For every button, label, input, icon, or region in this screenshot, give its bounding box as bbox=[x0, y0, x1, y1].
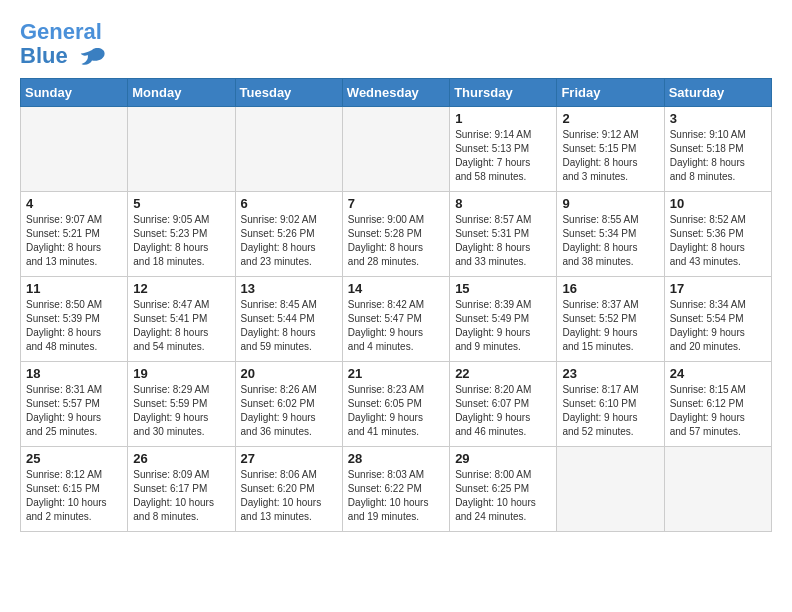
calendar-week-row: 18Sunrise: 8:31 AM Sunset: 5:57 PM Dayli… bbox=[21, 362, 772, 447]
calendar-cell bbox=[235, 107, 342, 192]
day-number: 13 bbox=[241, 281, 337, 296]
calendar-cell: 20Sunrise: 8:26 AM Sunset: 6:02 PM Dayli… bbox=[235, 362, 342, 447]
day-number: 26 bbox=[133, 451, 229, 466]
calendar-cell: 11Sunrise: 8:50 AM Sunset: 5:39 PM Dayli… bbox=[21, 277, 128, 362]
weekday-header-row: SundayMondayTuesdayWednesdayThursdayFrid… bbox=[21, 79, 772, 107]
day-info: Sunrise: 9:10 AM Sunset: 5:18 PM Dayligh… bbox=[670, 128, 766, 184]
day-info: Sunrise: 8:50 AM Sunset: 5:39 PM Dayligh… bbox=[26, 298, 122, 354]
day-number: 16 bbox=[562, 281, 658, 296]
day-number: 22 bbox=[455, 366, 551, 381]
day-number: 17 bbox=[670, 281, 766, 296]
calendar-cell: 4Sunrise: 9:07 AM Sunset: 5:21 PM Daylig… bbox=[21, 192, 128, 277]
calendar-cell: 26Sunrise: 8:09 AM Sunset: 6:17 PM Dayli… bbox=[128, 447, 235, 532]
calendar-cell: 8Sunrise: 8:57 AM Sunset: 5:31 PM Daylig… bbox=[450, 192, 557, 277]
calendar-cell: 6Sunrise: 9:02 AM Sunset: 5:26 PM Daylig… bbox=[235, 192, 342, 277]
day-info: Sunrise: 8:09 AM Sunset: 6:17 PM Dayligh… bbox=[133, 468, 229, 524]
day-number: 21 bbox=[348, 366, 444, 381]
day-info: Sunrise: 9:12 AM Sunset: 5:15 PM Dayligh… bbox=[562, 128, 658, 184]
day-number: 6 bbox=[241, 196, 337, 211]
calendar-cell: 16Sunrise: 8:37 AM Sunset: 5:52 PM Dayli… bbox=[557, 277, 664, 362]
day-info: Sunrise: 8:03 AM Sunset: 6:22 PM Dayligh… bbox=[348, 468, 444, 524]
weekday-header-thursday: Thursday bbox=[450, 79, 557, 107]
day-number: 1 bbox=[455, 111, 551, 126]
calendar-cell bbox=[128, 107, 235, 192]
calendar-cell: 25Sunrise: 8:12 AM Sunset: 6:15 PM Dayli… bbox=[21, 447, 128, 532]
day-number: 2 bbox=[562, 111, 658, 126]
calendar-cell: 23Sunrise: 8:17 AM Sunset: 6:10 PM Dayli… bbox=[557, 362, 664, 447]
day-info: Sunrise: 8:00 AM Sunset: 6:25 PM Dayligh… bbox=[455, 468, 551, 524]
day-number: 11 bbox=[26, 281, 122, 296]
day-info: Sunrise: 8:55 AM Sunset: 5:34 PM Dayligh… bbox=[562, 213, 658, 269]
calendar-cell bbox=[21, 107, 128, 192]
calendar-cell: 17Sunrise: 8:34 AM Sunset: 5:54 PM Dayli… bbox=[664, 277, 771, 362]
day-info: Sunrise: 8:45 AM Sunset: 5:44 PM Dayligh… bbox=[241, 298, 337, 354]
calendar-cell: 2Sunrise: 9:12 AM Sunset: 5:15 PM Daylig… bbox=[557, 107, 664, 192]
day-info: Sunrise: 8:17 AM Sunset: 6:10 PM Dayligh… bbox=[562, 383, 658, 439]
weekday-header-monday: Monday bbox=[128, 79, 235, 107]
weekday-header-friday: Friday bbox=[557, 79, 664, 107]
calendar-cell: 10Sunrise: 8:52 AM Sunset: 5:36 PM Dayli… bbox=[664, 192, 771, 277]
calendar-cell bbox=[557, 447, 664, 532]
day-info: Sunrise: 9:02 AM Sunset: 5:26 PM Dayligh… bbox=[241, 213, 337, 269]
day-number: 12 bbox=[133, 281, 229, 296]
day-info: Sunrise: 9:05 AM Sunset: 5:23 PM Dayligh… bbox=[133, 213, 229, 269]
weekday-header-wednesday: Wednesday bbox=[342, 79, 449, 107]
header: General Blue bbox=[20, 20, 772, 68]
day-info: Sunrise: 9:00 AM Sunset: 5:28 PM Dayligh… bbox=[348, 213, 444, 269]
calendar-cell: 3Sunrise: 9:10 AM Sunset: 5:18 PM Daylig… bbox=[664, 107, 771, 192]
day-number: 18 bbox=[26, 366, 122, 381]
calendar-cell: 1Sunrise: 9:14 AM Sunset: 5:13 PM Daylig… bbox=[450, 107, 557, 192]
calendar-week-row: 25Sunrise: 8:12 AM Sunset: 6:15 PM Dayli… bbox=[21, 447, 772, 532]
logo-bird-icon bbox=[78, 46, 106, 68]
logo-line1: General bbox=[20, 19, 102, 44]
logo-line2: Blue bbox=[20, 43, 68, 68]
calendar-week-row: 4Sunrise: 9:07 AM Sunset: 5:21 PM Daylig… bbox=[21, 192, 772, 277]
day-number: 4 bbox=[26, 196, 122, 211]
calendar-cell: 5Sunrise: 9:05 AM Sunset: 5:23 PM Daylig… bbox=[128, 192, 235, 277]
calendar-cell bbox=[664, 447, 771, 532]
calendar-cell: 29Sunrise: 8:00 AM Sunset: 6:25 PM Dayli… bbox=[450, 447, 557, 532]
calendar-cell: 13Sunrise: 8:45 AM Sunset: 5:44 PM Dayli… bbox=[235, 277, 342, 362]
day-number: 14 bbox=[348, 281, 444, 296]
day-number: 28 bbox=[348, 451, 444, 466]
calendar-cell: 22Sunrise: 8:20 AM Sunset: 6:07 PM Dayli… bbox=[450, 362, 557, 447]
day-info: Sunrise: 8:26 AM Sunset: 6:02 PM Dayligh… bbox=[241, 383, 337, 439]
day-number: 8 bbox=[455, 196, 551, 211]
day-number: 10 bbox=[670, 196, 766, 211]
calendar-cell: 12Sunrise: 8:47 AM Sunset: 5:41 PM Dayli… bbox=[128, 277, 235, 362]
day-number: 25 bbox=[26, 451, 122, 466]
day-info: Sunrise: 8:34 AM Sunset: 5:54 PM Dayligh… bbox=[670, 298, 766, 354]
day-info: Sunrise: 8:37 AM Sunset: 5:52 PM Dayligh… bbox=[562, 298, 658, 354]
calendar-cell: 21Sunrise: 8:23 AM Sunset: 6:05 PM Dayli… bbox=[342, 362, 449, 447]
day-info: Sunrise: 8:29 AM Sunset: 5:59 PM Dayligh… bbox=[133, 383, 229, 439]
day-number: 24 bbox=[670, 366, 766, 381]
calendar-cell: 7Sunrise: 9:00 AM Sunset: 5:28 PM Daylig… bbox=[342, 192, 449, 277]
calendar-cell: 27Sunrise: 8:06 AM Sunset: 6:20 PM Dayli… bbox=[235, 447, 342, 532]
day-number: 7 bbox=[348, 196, 444, 211]
weekday-header-sunday: Sunday bbox=[21, 79, 128, 107]
day-info: Sunrise: 8:42 AM Sunset: 5:47 PM Dayligh… bbox=[348, 298, 444, 354]
calendar-cell: 28Sunrise: 8:03 AM Sunset: 6:22 PM Dayli… bbox=[342, 447, 449, 532]
day-number: 5 bbox=[133, 196, 229, 211]
day-info: Sunrise: 8:15 AM Sunset: 6:12 PM Dayligh… bbox=[670, 383, 766, 439]
calendar-week-row: 1Sunrise: 9:14 AM Sunset: 5:13 PM Daylig… bbox=[21, 107, 772, 192]
logo: General Blue bbox=[20, 20, 106, 68]
day-number: 9 bbox=[562, 196, 658, 211]
calendar-cell: 14Sunrise: 8:42 AM Sunset: 5:47 PM Dayli… bbox=[342, 277, 449, 362]
calendar-cell: 18Sunrise: 8:31 AM Sunset: 5:57 PM Dayli… bbox=[21, 362, 128, 447]
day-info: Sunrise: 9:07 AM Sunset: 5:21 PM Dayligh… bbox=[26, 213, 122, 269]
day-info: Sunrise: 8:20 AM Sunset: 6:07 PM Dayligh… bbox=[455, 383, 551, 439]
day-number: 20 bbox=[241, 366, 337, 381]
day-info: Sunrise: 8:57 AM Sunset: 5:31 PM Dayligh… bbox=[455, 213, 551, 269]
day-info: Sunrise: 8:39 AM Sunset: 5:49 PM Dayligh… bbox=[455, 298, 551, 354]
day-number: 3 bbox=[670, 111, 766, 126]
weekday-header-saturday: Saturday bbox=[664, 79, 771, 107]
calendar-cell: 9Sunrise: 8:55 AM Sunset: 5:34 PM Daylig… bbox=[557, 192, 664, 277]
calendar-cell bbox=[342, 107, 449, 192]
day-number: 19 bbox=[133, 366, 229, 381]
day-info: Sunrise: 8:12 AM Sunset: 6:15 PM Dayligh… bbox=[26, 468, 122, 524]
calendar-table: SundayMondayTuesdayWednesdayThursdayFrid… bbox=[20, 78, 772, 532]
calendar-cell: 24Sunrise: 8:15 AM Sunset: 6:12 PM Dayli… bbox=[664, 362, 771, 447]
day-number: 15 bbox=[455, 281, 551, 296]
calendar-cell: 15Sunrise: 8:39 AM Sunset: 5:49 PM Dayli… bbox=[450, 277, 557, 362]
